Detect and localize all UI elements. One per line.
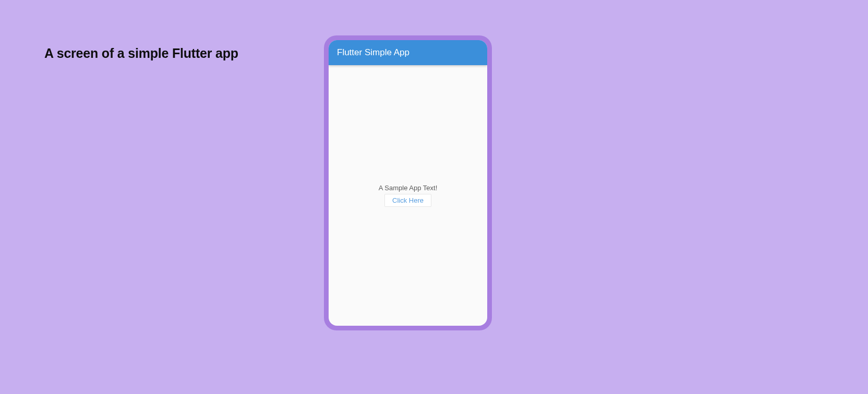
device-frame: Flutter Simple App A Sample App Text! Cl… bbox=[324, 35, 492, 330]
click-here-button[interactable]: Click Here bbox=[384, 194, 431, 207]
app-bar: Flutter Simple App bbox=[329, 40, 487, 65]
app-bar-title: Flutter Simple App bbox=[337, 47, 409, 58]
app-body: A Sample App Text! Click Here bbox=[329, 65, 487, 326]
figure-caption: A screen of a simple Flutter app bbox=[44, 46, 238, 61]
sample-text-label: A Sample App Text! bbox=[379, 184, 438, 192]
device-screen: Flutter Simple App A Sample App Text! Cl… bbox=[329, 40, 487, 326]
